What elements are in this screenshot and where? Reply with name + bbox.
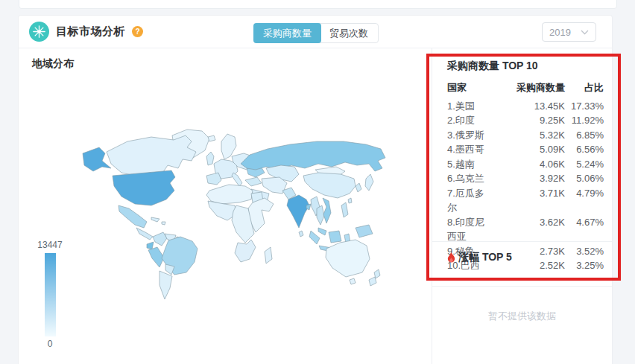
- map-region-italy[interactable]: [232, 173, 242, 186]
- value-cell: 13.45K: [493, 99, 565, 114]
- tab-buyer-count[interactable]: 采购商数量: [253, 23, 321, 43]
- map-region-sumatra[interactable]: [309, 231, 320, 244]
- map-region-us[interactable]: [113, 170, 175, 205]
- country-cell: 8.印度尼西亚: [447, 215, 493, 244]
- table-row: 5.越南4.06K5.24%: [447, 157, 604, 172]
- value-cell: 5.09K: [493, 142, 565, 157]
- map-region-china[interactable]: [303, 173, 356, 198]
- map-region-spain[interactable]: [206, 173, 221, 185]
- value-cell: 5.32K: [493, 128, 565, 143]
- snowflake-module-icon: [29, 22, 49, 42]
- share-cell: 4.67%: [565, 215, 604, 244]
- card-header: 目标市场分析 ? 采购商数量 贸易次数 2019: [19, 16, 612, 48]
- top10-title: 采购商数量 TOP 10: [447, 60, 538, 73]
- country-cell: 3.俄罗斯: [447, 128, 493, 143]
- map-region-thailand[interactable]: [317, 205, 324, 225]
- col-country: 国家: [447, 80, 493, 95]
- target-market-card: 目标市场分析 ? 采购商数量 贸易次数 2019 地域分布: [18, 15, 613, 364]
- map-region-turkey[interactable]: [245, 177, 262, 186]
- value-cell: 3.62K: [493, 215, 565, 244]
- previous-card-edge: [19, 0, 617, 9]
- map-region-india[interactable]: [287, 195, 309, 228]
- divider: [432, 286, 612, 287]
- map-region-iceland[interactable]: [208, 135, 215, 141]
- share-cell: 6.85%: [565, 128, 604, 143]
- country-cell: 6.乌克兰: [447, 171, 493, 186]
- legend-max-label: 13447: [32, 240, 68, 250]
- table-row: 3.俄罗斯5.32K6.85%: [447, 128, 604, 143]
- map-region-tasmania[interactable]: [350, 278, 356, 284]
- map-region-korea[interactable]: [356, 183, 361, 192]
- share-cell: 4.79%: [565, 186, 604, 215]
- map-region-central-america[interactable]: [136, 228, 153, 240]
- gain-top5-title: 涨幅 TOP 5: [446, 251, 512, 264]
- card-body: 地域分布: [19, 48, 612, 364]
- map-region-alaska[interactable]: [83, 147, 111, 171]
- map-region-ecuador[interactable]: [147, 242, 154, 249]
- map-region-australia[interactable]: [326, 240, 370, 277]
- year-select-value: 2019: [549, 27, 571, 38]
- table-row: 6.乌克兰3.92K5.06%: [447, 171, 604, 186]
- tab-trade-count[interactable]: 贸易次数: [319, 23, 379, 43]
- map-region-mexico[interactable]: [119, 205, 147, 228]
- map-region-south-africa[interactable]: [235, 240, 256, 262]
- divider: [432, 241, 612, 242]
- country-cell: 2.印度: [447, 113, 493, 128]
- country-cell: 7.厄瓜多尔: [447, 186, 493, 215]
- map-region-uk[interactable]: [206, 152, 214, 165]
- map-region-madagascar[interactable]: [265, 247, 272, 264]
- country-cell: 5.越南: [447, 157, 493, 172]
- gain-top5-label: 涨幅 TOP 5: [458, 251, 512, 264]
- value-cell: 4.06K: [493, 157, 565, 172]
- country-cell: 4.墨西哥: [447, 142, 493, 157]
- empty-data-message: 暂不提供该数据: [432, 310, 612, 323]
- map-region-sri-lanka[interactable]: [299, 231, 303, 237]
- legend-gradient-bar: [45, 253, 56, 336]
- table-header-row: 国家 采购商数量 占比: [447, 80, 604, 95]
- map-region-canada[interactable]: [107, 135, 196, 176]
- share-cell: 17.33%: [565, 99, 604, 114]
- share-cell: 3.52%: [565, 244, 604, 259]
- map-region-argentina[interactable]: [159, 271, 172, 299]
- share-cell: 5.06%: [565, 171, 604, 186]
- table-row: 4.墨西哥5.09K6.56%: [447, 142, 604, 157]
- value-cell: 9.25K: [493, 113, 565, 128]
- table-row: 8.印度尼西亚3.62K4.67%: [447, 215, 604, 244]
- value-cell: 3.92K: [493, 171, 565, 186]
- header-left-group: 目标市场分析 ?: [29, 16, 143, 48]
- map-region-scandinavia[interactable]: [221, 134, 236, 159]
- map-region-peru[interactable]: [148, 247, 164, 267]
- map-region-russia[interactable]: [241, 141, 385, 171]
- share-cell: 3.25%: [565, 258, 604, 273]
- table-row: 2.印度9.25K11.92%: [447, 113, 604, 128]
- legend-min-label: 0: [32, 339, 68, 349]
- map-region-west-africa[interactable]: [208, 201, 236, 220]
- color-scale-legend: 13447 0: [32, 240, 68, 349]
- country-cell: 1.美国: [447, 99, 493, 114]
- page-title: 目标市场分析: [56, 25, 125, 39]
- year-select[interactable]: 2019: [542, 22, 596, 42]
- top10-table: 国家 采购商数量 占比 1.美国13.45K17.33% 2.印度9.25K11…: [447, 80, 604, 273]
- table-row: 1.美国13.45K17.33%: [447, 99, 604, 114]
- map-region-malaysia[interactable]: [318, 228, 326, 235]
- col-share: 占比: [565, 80, 604, 95]
- flame-icon: [446, 252, 456, 264]
- map-region-taiwan[interactable]: [348, 198, 352, 203]
- map-region-borneo[interactable]: [329, 231, 341, 243]
- metric-tabs: 采购商数量 贸易次数: [253, 23, 379, 43]
- map-region-nz-south[interactable]: [369, 277, 376, 286]
- share-cell: 6.56%: [565, 142, 604, 157]
- share-cell: 5.24%: [565, 157, 604, 172]
- help-icon[interactable]: ?: [132, 26, 143, 37]
- chevron-down-icon: [581, 30, 589, 35]
- value-cell: 3.71K: [493, 186, 565, 215]
- map-region-cuba[interactable]: [151, 217, 159, 222]
- map-region-north-africa[interactable]: [206, 185, 253, 204]
- map-region-japan[interactable]: [365, 174, 373, 191]
- map-region-new-guinea[interactable]: [356, 225, 373, 237]
- map-region-vietnam[interactable]: [323, 198, 331, 223]
- map-region-hispaniola[interactable]: [162, 222, 165, 225]
- map-panel: 地域分布: [19, 48, 432, 364]
- world-choropleth-map[interactable]: [19, 48, 432, 364]
- map-region-philippines[interactable]: [341, 202, 348, 217]
